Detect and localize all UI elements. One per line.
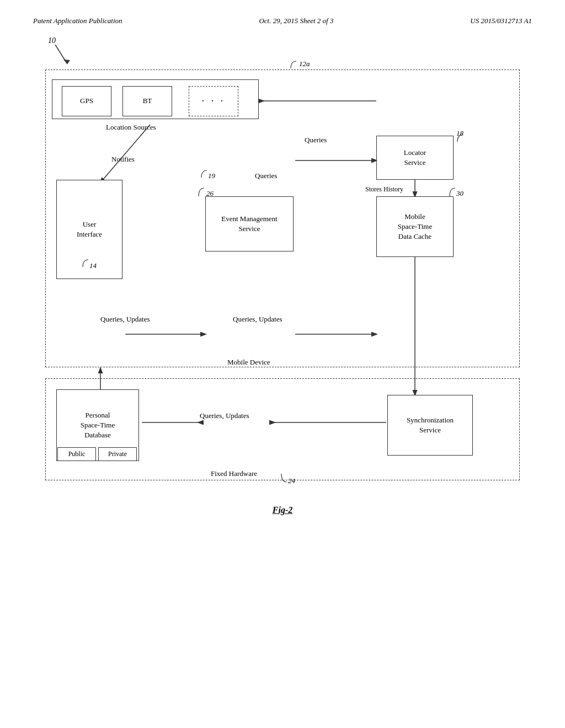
page-header: Patent Application Publication Oct. 29, …: [33, 17, 532, 25]
queries-updates-mid-label: Queries, Updates: [233, 315, 282, 324]
event-mgmt-box: Event Management Service: [205, 196, 294, 251]
bracket-18-icon: [455, 133, 466, 143]
bracket-30-icon: [447, 185, 461, 197]
notifies-label: Notifies: [111, 155, 135, 164]
location-sources-label: Location Sources: [106, 123, 156, 132]
header-right: US 2015/0312713 A1: [470, 17, 532, 25]
stores-history-label: Stores History: [365, 185, 403, 194]
locator-service-label: Locator Service: [404, 148, 426, 168]
page: Patent Application Publication Oct. 29, …: [0, 0, 565, 728]
figure-label: Fig-2: [33, 505, 532, 515]
bracket-24-icon: [279, 471, 292, 483]
mobile-cache-label: Mobile Space-Time Data Cache: [398, 212, 432, 242]
private-box: Private: [98, 447, 137, 461]
sync-service-label: Synchronization Service: [407, 415, 454, 435]
location-sources-box: [52, 79, 259, 119]
event-mgmt-label: Event Management Service: [221, 214, 277, 234]
mobile-device-label: Mobile Device: [227, 358, 270, 367]
arrow-10-icon: [45, 42, 78, 69]
bracket-12a-icon: [288, 58, 305, 69]
header-left: Patent Application Publication: [33, 17, 122, 25]
user-interface-label: User Interface: [77, 220, 102, 239]
bracket-19-icon: [199, 168, 212, 179]
queries-middle-label: Queries: [255, 172, 277, 180]
svg-marker-1: [63, 60, 70, 64]
private-label: Private: [108, 450, 127, 458]
fixed-hardware-label: Fixed Hardware: [211, 469, 257, 478]
bracket-26-icon: [196, 185, 210, 197]
bracket-14-icon: [80, 257, 94, 268]
mobile-cache-box: Mobile Space-Time Data Cache: [376, 196, 454, 257]
header-center: Oct. 29, 2015 Sheet 2 of 3: [259, 17, 333, 25]
queries-top-label: Queries: [305, 136, 327, 144]
locator-service-box: Locator Service: [376, 136, 454, 180]
queries-updates-left-label: Queries, Updates: [100, 315, 150, 324]
queries-updates-fixed-label: Queries, Updates: [200, 411, 249, 420]
pst-db-label: Personal Space-Time Database: [81, 410, 115, 441]
public-label: Public: [68, 450, 86, 458]
sync-service-box: Synchronization Service: [387, 395, 473, 456]
public-box: Public: [57, 447, 96, 461]
